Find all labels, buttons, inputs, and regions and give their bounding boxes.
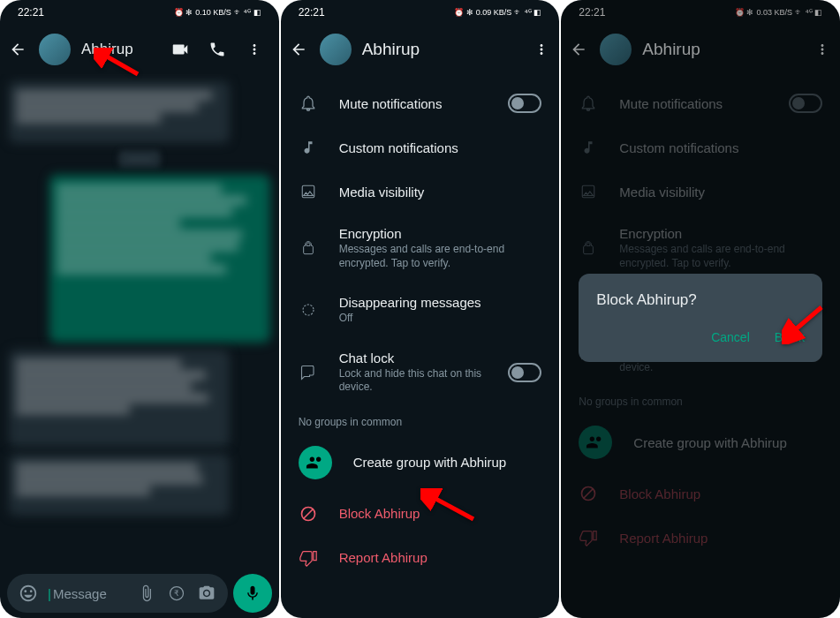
menu-button[interactable] — [531, 39, 552, 60]
message-placeholder: Message — [48, 586, 127, 601]
avatar[interactable] — [39, 34, 71, 65]
block-dialog: Block Abhirup? Cancel Block — [579, 274, 822, 362]
block-label: Block Abhirup — [339, 506, 420, 521]
svg-point-3 — [303, 305, 314, 315]
chat-lock-row[interactable]: Chat lock Lock and hide this chat on thi… — [281, 338, 560, 407]
group-icon — [299, 446, 332, 479]
chat-screen: 22:21 ⏰ ✻ 0.10 KB/S ᯤ ⁴ᴳ ◧ Abhirup ·····… — [0, 0, 279, 618]
status-time: 22:21 — [299, 6, 325, 19]
input-bar: Message ₹ — [0, 569, 279, 618]
svg-line-5 — [304, 509, 313, 518]
encryption-row[interactable]: Encryption Messages and calls are end-to… — [281, 214, 560, 283]
settings-body[interactable]: Mute notifications Custom notifications … — [281, 74, 560, 618]
chat-body[interactable]: ········· — [0, 74, 279, 569]
header-actions — [170, 39, 272, 60]
back-button[interactable] — [288, 39, 309, 60]
enc-sub: Messages and calls are end-to-end encryp… — [339, 243, 542, 270]
lock-toggle[interactable] — [508, 363, 541, 382]
message-incoming[interactable] — [9, 81, 230, 143]
report-row[interactable]: Report Abhirup — [281, 536, 560, 580]
timer-icon — [299, 300, 318, 320]
note-icon — [299, 138, 318, 157]
status-time: 22:21 — [18, 6, 44, 19]
svg-text:₹: ₹ — [174, 589, 179, 598]
camera-icon[interactable] — [196, 583, 217, 604]
emoji-icon[interactable] — [18, 583, 39, 604]
status-bar: 22:21 ⏰ ✻ 0.10 KB/S ᯤ ⁴ᴳ ◧ — [0, 0, 279, 25]
message-outgoing[interactable] — [49, 175, 270, 343]
message-incoming[interactable] — [9, 454, 230, 516]
status-icons: ⏰ ✻ 0.09 KB/S ᯤ ⁴ᴳ ◧ — [454, 8, 541, 17]
mic-button[interactable] — [233, 574, 272, 613]
disappear-label: Disappearing messages — [339, 295, 542, 310]
disappearing-row[interactable]: Disappearing messages Off — [281, 283, 560, 338]
image-icon — [299, 182, 318, 201]
contact-info-screen: 22:21 ⏰ ✻ 0.09 KB/S ᯤ ⁴ᴳ ◧ Abhirup Mute … — [281, 0, 560, 618]
enc-label: Encryption — [339, 226, 542, 241]
report-label: Report Abhirup — [339, 550, 428, 565]
lock-sub: Lock and hide this chat on this device. — [339, 367, 488, 395]
mute-toggle[interactable] — [508, 94, 541, 113]
media-label: Media visibility — [339, 185, 542, 200]
contact-name[interactable]: Abhirup — [362, 40, 521, 59]
create-group-row[interactable]: Create group with Abhirup — [281, 433, 560, 492]
status-icons: ⏰ ✻ 0.10 KB/S ᯤ ⁴ᴳ ◧ — [174, 8, 261, 17]
back-button[interactable] — [7, 39, 28, 60]
attach-icon[interactable] — [136, 583, 157, 604]
bell-icon — [299, 94, 318, 113]
cancel-button[interactable]: Cancel — [711, 330, 750, 344]
dialog-actions: Cancel Block — [596, 330, 805, 344]
block-row[interactable]: Block Abhirup — [281, 492, 560, 536]
call-button[interactable] — [207, 39, 228, 60]
mute-notifications-row[interactable]: Mute notifications — [281, 81, 560, 125]
lock-label: Chat lock — [339, 350, 488, 366]
contact-name[interactable]: Abhirup — [81, 41, 159, 58]
rupee-icon[interactable]: ₹ — [166, 583, 187, 604]
message-input[interactable]: Message ₹ — [7, 574, 228, 613]
video-call-button[interactable] — [170, 39, 191, 60]
block-dialog-screen: 22:21 ⏰ ✻ 0.03 KB/S ᯤ ⁴ᴳ ◧ Abhirup Mute … — [561, 0, 840, 618]
lock-icon — [299, 238, 318, 258]
media-visibility-row[interactable]: Media visibility — [281, 170, 560, 214]
chat-lock-icon — [299, 363, 318, 382]
block-button[interactable]: Block — [775, 330, 805, 344]
chat-header: Abhirup — [0, 25, 279, 74]
create-group-label: Create group with Abhirup — [353, 455, 506, 470]
no-groups-label: No groups in common — [281, 407, 560, 433]
status-bar: 22:21 ⏰ ✻ 0.09 KB/S ᯤ ⁴ᴳ ◧ — [281, 0, 560, 25]
date-separator: ········· — [118, 150, 161, 168]
dialog-overlay[interactable]: Block Abhirup? Cancel Block — [561, 0, 840, 618]
thumbs-down-icon — [299, 548, 318, 568]
avatar[interactable] — [320, 34, 352, 65]
message-incoming[interactable] — [9, 350, 230, 447]
dialog-title: Block Abhirup? — [596, 291, 805, 309]
mute-label: Mute notifications — [339, 96, 488, 111]
block-icon — [299, 504, 318, 524]
custom-notifications-row[interactable]: Custom notifications — [281, 125, 560, 170]
custom-label: Custom notifications — [339, 140, 542, 155]
menu-button[interactable] — [244, 39, 265, 60]
info-header: Abhirup — [281, 25, 560, 74]
disappear-sub: Off — [339, 312, 542, 326]
